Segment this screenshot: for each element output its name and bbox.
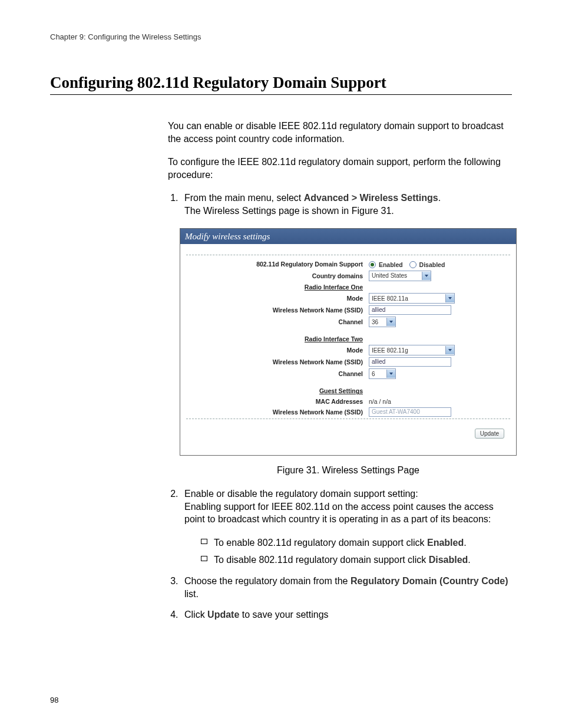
step-1: From the main menu, select Advanced > Wi… <box>181 192 512 477</box>
label-guest-ssid: Wireless Network Name (SSID) <box>186 408 369 416</box>
label-channel-1: Channel <box>186 318 369 326</box>
bullet-enable: To enable 802.11d regulatory domain supp… <box>201 536 512 549</box>
label-mode-2: Mode <box>186 346 369 354</box>
label-ssid-1: Wireless Network Name (SSID) <box>186 306 369 314</box>
radio-disabled-label: Disabled <box>419 261 445 268</box>
label-country: Country domains <box>186 272 369 280</box>
figure-caption: Figure 31. Wireless Settings Page <box>184 464 512 477</box>
page-number: 98 <box>50 696 58 704</box>
step-4: Click Update to save your settings <box>181 608 512 621</box>
label-mode-1: Mode <box>186 294 369 302</box>
chevron-down-icon <box>386 370 395 378</box>
page-title: Configuring 802.11d Regulatory Domain Su… <box>50 74 512 95</box>
intro-paragraph-1: You can enable or disable IEEE 802.11d r… <box>168 120 512 145</box>
bullet-disable: To disable 802.11d regulatory domain sup… <box>201 554 512 566</box>
select-mode-1[interactable]: IEEE 802.11a <box>369 293 455 304</box>
label-channel-2: Channel <box>186 370 369 378</box>
step-3: Choose the regulatory domain from the Re… <box>181 575 512 600</box>
chapter-header: Chapter 9: Configuring the Wireless Sett… <box>50 32 512 41</box>
step-1-sub: The Wireless Settings page is shown in F… <box>184 205 512 218</box>
value-mac: n/a / n/a <box>369 397 391 406</box>
panel-title: Modify wireless settings <box>180 229 516 244</box>
label-ssid-2: Wireless Network Name (SSID) <box>186 358 369 366</box>
label-regulatory: 802.11d Regulatory Domain Support <box>186 260 369 268</box>
chevron-down-icon <box>445 294 454 302</box>
update-button[interactable]: Update <box>475 429 504 439</box>
input-ssid-1[interactable]: allied <box>369 305 451 315</box>
select-channel-1[interactable]: 36 <box>369 317 396 327</box>
section-guest: Guest Settings <box>186 387 369 395</box>
intro-paragraph-2: To configure the IEEE 802.11d regulatory… <box>168 156 512 181</box>
section-radio-one: Radio Interface One <box>186 283 369 291</box>
radio-enabled[interactable] <box>369 261 376 268</box>
step-2: Enable or disable the regulatory domain … <box>181 487 512 566</box>
select-country[interactable]: United States <box>369 271 431 281</box>
radio-disabled[interactable] <box>409 261 416 268</box>
chevron-down-icon <box>422 272 431 280</box>
select-channel-2[interactable]: 6 <box>369 368 396 379</box>
figure-wireless-settings: Modify wireless settings 802.11d Regulat… <box>180 228 517 456</box>
chevron-down-icon <box>445 346 454 354</box>
input-ssid-2[interactable]: allied <box>369 357 451 367</box>
chevron-down-icon <box>386 318 395 326</box>
label-mac: MAC Addresses <box>186 397 369 406</box>
select-mode-2[interactable]: IEEE 802.11g <box>369 345 455 355</box>
input-guest-ssid[interactable]: Guest AT-WA7400 <box>369 407 451 417</box>
section-radio-two: Radio Interface Two <box>186 335 369 343</box>
radio-enabled-label: Enabled <box>379 261 403 268</box>
step-2-sub: Enabling support for IEEE 802.11d on the… <box>184 500 512 526</box>
